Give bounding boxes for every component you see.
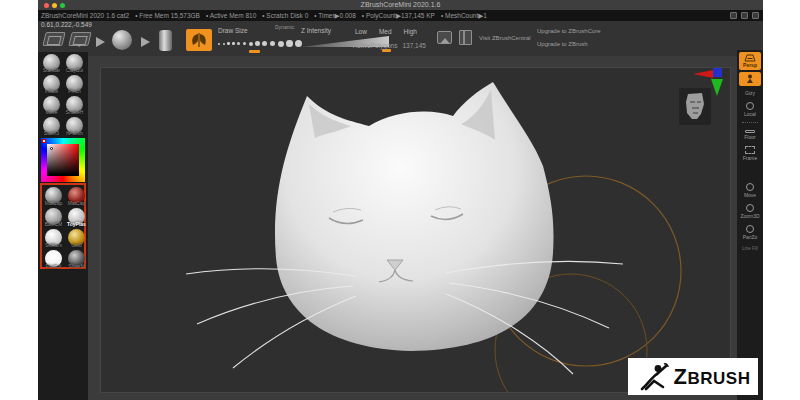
arrow-icon — [141, 37, 155, 47]
zoom3d-button[interactable]: Zoom3D — [739, 202, 761, 221]
brush-inflate[interactable]: Inflate — [40, 73, 63, 94]
color-picker-marker — [42, 139, 46, 143]
y-axis-icon[interactable] — [711, 79, 723, 102]
document-name: ZBrushCoreMini 2020 1.6 cat2 — [41, 12, 129, 19]
brush-snakehook[interactable]: SnakeH — [63, 94, 86, 115]
shelf-footer-label: Line Fill — [742, 246, 758, 251]
figure-icon — [745, 74, 755, 84]
scratch-disk-status: • Scratch Disk 0 — [262, 12, 308, 19]
window-title: ZBrushCoreMini 2020.1.6 — [38, 1, 763, 8]
arrow-icon — [96, 37, 110, 47]
brush-slash3[interactable]: Slash3 — [40, 115, 63, 136]
material-palette: MatCap MatCap BasiCM ToyPlas SkMars Gold… — [40, 183, 86, 269]
copy-icon[interactable] — [741, 12, 748, 19]
z-intensity-slider-handle[interactable] — [382, 49, 391, 52]
left-shelf: Standar ClayBui Inflate Pinch Move Snake… — [38, 52, 88, 400]
draw-size-label: Draw Size — [218, 27, 248, 34]
move-button[interactable]: Move — [739, 181, 761, 200]
resolution-low-button[interactable]: Low — [355, 28, 367, 35]
upgrade-zbrush-link[interactable]: Upgrade to ZBrush — [537, 41, 588, 47]
z-intensity-label: Z Intensity — [301, 27, 331, 34]
material-basic[interactable]: BasiCM — [42, 206, 65, 227]
status-bar: ZBrushCoreMini 2020 1.6 cat2 • Free Mem … — [38, 10, 763, 21]
pan-button[interactable]: PanZo — [739, 223, 761, 242]
resolution-high-button[interactable]: High — [404, 28, 417, 35]
symmetry-icon — [190, 33, 208, 47]
material-matcap-red[interactable]: MatCap — [65, 185, 88, 206]
brush-hpolish[interactable]: hPolish — [63, 115, 86, 136]
shelf-divider — [742, 122, 758, 123]
polycount-status: • PolyCount▶137,145 KP — [362, 12, 435, 20]
documentation-icon[interactable] — [459, 30, 472, 45]
draw-size-slider-handle[interactable] — [249, 50, 260, 53]
color-selection-dot — [50, 147, 53, 150]
load-project-icon[interactable] — [42, 32, 65, 46]
active-tool-preview[interactable] — [679, 88, 711, 125]
z-axis-icon[interactable] — [713, 68, 722, 77]
material-gold[interactable]: Gold — [65, 227, 88, 248]
free-mem-status: • Free Mem 15,573GB — [135, 12, 200, 19]
symmetry-view-button[interactable] — [739, 72, 761, 86]
active-polygons-value: 137,145 — [402, 42, 426, 49]
meshcount-status: • MeshCount▶1 — [441, 12, 487, 20]
dynamic-label: Dynamic — [275, 24, 294, 30]
visit-zbrushcentral-link[interactable]: Visit ZBrushCentral — [479, 35, 531, 41]
active-polygons-label: ActivePolygons — [353, 42, 397, 49]
floor-icon — [745, 130, 755, 133]
brush-palette: Standar ClayBui Inflate Pinch Move Snake… — [40, 52, 86, 136]
material-flatcolor[interactable]: FlatCol — [42, 248, 65, 269]
brush-move[interactable]: Move — [40, 94, 63, 115]
zbrush-logo: ZBRUSH — [628, 358, 758, 395]
material-toyplastic[interactable]: ToyPlas — [65, 206, 88, 227]
brush-standard[interactable]: Standar — [40, 52, 63, 73]
app-window: ZBrushCoreMini 2020.1.6 ZBrushCoreMini 2… — [38, 0, 763, 400]
local-icon — [746, 102, 754, 110]
active-mem-status: • Active Mem 810 — [206, 12, 256, 19]
zbrush-logo-text: ZBRUSH — [674, 364, 751, 390]
zoom3d-icon — [746, 204, 754, 212]
persp-button[interactable]: Persp — [739, 52, 761, 70]
move-hand-icon — [746, 183, 754, 191]
material-skin[interactable]: SkMars — [42, 227, 65, 248]
sculpt-viewport[interactable] — [100, 67, 731, 393]
pan-icon — [746, 225, 754, 233]
floor-button[interactable]: Floor — [739, 128, 761, 142]
timer-status: • Timer▶0.008 — [314, 12, 356, 20]
title-bar: ZBrushCoreMini 2020.1.6 — [38, 0, 763, 10]
symmetry-toggle-button[interactable] — [186, 29, 212, 51]
persp-icon — [744, 54, 756, 62]
brush-claybuildup[interactable]: ClayBui — [63, 52, 86, 73]
cat-head-model — [101, 68, 731, 393]
brush-pinch[interactable]: Pinch — [63, 73, 86, 94]
canvas-gutter — [88, 56, 737, 400]
cylinder-primitive-button[interactable] — [159, 30, 172, 51]
head-tool-icon — [679, 88, 711, 125]
resolution-med-button[interactable]: Med — [379, 28, 392, 35]
export-image-icon[interactable] — [437, 31, 452, 44]
capture-icon[interactable] — [730, 12, 737, 19]
save-project-icon[interactable] — [68, 32, 91, 46]
zbrush-runner-icon — [636, 362, 670, 392]
top-shelf-toolbar: 0.61,0.222,-0.549 Draw Size Dynamic Z In… — [38, 21, 763, 56]
share-icon[interactable] — [752, 12, 759, 19]
draw-size-slider[interactable] — [218, 40, 302, 47]
material-matcap-gray[interactable]: MatCap — [42, 185, 65, 206]
right-shelf: Persp Gizy Local Floor Frame Move — [737, 50, 763, 400]
material-silver[interactable]: SilverM — [65, 248, 88, 269]
upgrade-zbrushcore-link[interactable]: Upgrade to ZBrushCore — [537, 28, 601, 34]
gizmo-button[interactable]: Gizy — [739, 88, 761, 98]
frame-icon — [745, 146, 755, 154]
x-axis-icon[interactable] — [689, 70, 713, 78]
sphere-primitive-button[interactable] — [112, 30, 132, 50]
cursor-coordinates: 0.61,0.222,-0.549 — [41, 21, 92, 28]
color-picker[interactable] — [41, 138, 85, 182]
frame-button[interactable]: Frame — [739, 144, 761, 163]
local-button[interactable]: Local — [739, 100, 761, 119]
